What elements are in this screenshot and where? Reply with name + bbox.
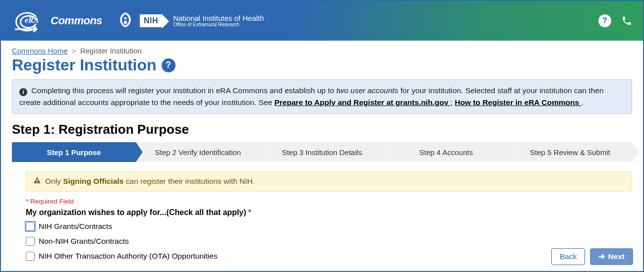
breadcrumb-home-link[interactable]: Commons Home [12, 47, 68, 55]
step-heading: Step 1: Registration Purpose [12, 122, 632, 137]
nih-title: National Institutes of Health [173, 14, 264, 22]
warning-icon [33, 176, 41, 186]
option-non-nih-grants[interactable]: Non-NIH Grants/Contracts [26, 237, 632, 246]
warning-banner: Only Signing Officials can register thei… [26, 171, 632, 192]
apply-label-text: My organization wishes to apply for...(C… [26, 208, 246, 217]
info-banner: i Completing this process will register … [12, 79, 632, 114]
option-nih-grants-checkbox[interactable] [26, 222, 35, 231]
wizard-step-3[interactable]: Step 3 Institution Details [260, 142, 384, 162]
wizard-step-2[interactable]: Step 2 Verify Identification [136, 142, 260, 162]
info-link-register[interactable]: How to Register in eRA Commons [455, 98, 581, 107]
warn-post: can register their institutions with NIH… [123, 177, 254, 185]
back-button[interactable]: Back [551, 248, 585, 265]
option-non-nih-grants-checkbox[interactable] [26, 237, 35, 246]
info-sep: ; [451, 98, 455, 107]
warn-pre: Only [45, 177, 63, 185]
nih-block: NIH National Institutes of Health Office… [140, 14, 264, 27]
info-text-pre: Completing this process will register yo… [31, 86, 336, 95]
nih-subtitle: Office of Extramural Research [173, 22, 264, 27]
breadcrumb-sep: > [72, 47, 76, 55]
svg-rect-2 [37, 179, 38, 181]
wizard-nav: Step 1 Purpose Step 2 Verify Identificat… [12, 142, 632, 162]
wizard-step-5[interactable]: Step 5 Review & Submit [508, 142, 632, 162]
next-button-label: Next [608, 252, 625, 261]
wizard-step-4[interactable]: Step 4 Accounts [384, 142, 508, 162]
help-icon[interactable]: ? [598, 14, 611, 27]
option-ota-checkbox[interactable] [26, 252, 35, 261]
option-nih-grants[interactable]: NIH Grants/Contracts [26, 222, 632, 231]
app-name: Commons [51, 14, 102, 27]
wizard-step-1[interactable]: Step 1 Purpose [12, 142, 136, 162]
option-label-1: Non-NIH Grants/Contracts [39, 237, 129, 246]
breadcrumb: Commons Home > Register Institution [12, 47, 632, 55]
info-link-prepare[interactable]: Prepare to Apply and Register at grants.… [274, 98, 450, 107]
option-label-2: NIH Other Transaction Authority (OTA) Op… [39, 252, 218, 261]
info-end: . [581, 98, 583, 107]
breadcrumb-current: Register Institution [80, 47, 142, 55]
svg-point-1 [124, 17, 127, 20]
apply-label: My organization wishes to apply for...(C… [26, 208, 632, 217]
nih-badge: NIH [140, 14, 162, 27]
era-logo: eRA [11, 9, 41, 32]
app-header: eRA Commons NIH National Institutes of H… [1, 1, 643, 41]
warn-bold: Signing Officials [63, 177, 123, 185]
info-text-em: two user accounts [336, 86, 398, 95]
option-label-0: NIH Grants/Contracts [39, 222, 112, 231]
page-help-icon[interactable]: ? [162, 58, 176, 72]
required-hint: * Required Field [26, 198, 632, 205]
phone-icon[interactable] [620, 14, 633, 27]
hhs-logo [117, 11, 134, 30]
info-icon: i [19, 88, 27, 96]
svg-text:eRA: eRA [25, 16, 39, 24]
svg-rect-3 [37, 182, 38, 183]
next-button[interactable]: ➔ Next [590, 248, 633, 265]
page-title: Register Institution [12, 56, 157, 74]
option-ota[interactable]: NIH Other Transaction Authority (OTA) Op… [26, 252, 632, 261]
next-arrow-icon: ➔ [598, 252, 605, 261]
required-hint-text: Required Field [30, 198, 74, 205]
